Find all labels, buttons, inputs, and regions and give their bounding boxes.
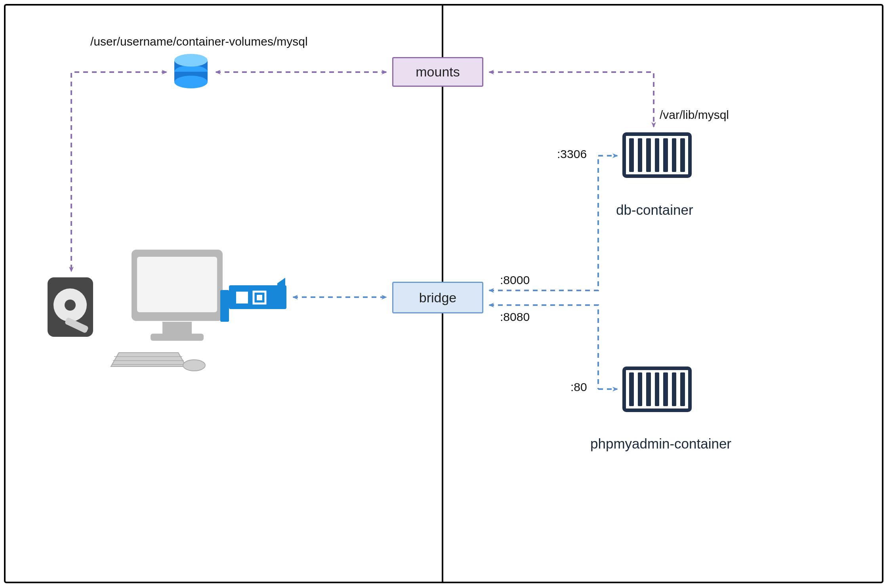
mounts-label: mounts: [416, 64, 460, 80]
bridge-box: bridge: [392, 282, 483, 313]
bridge-port-pma: :8080: [500, 310, 530, 324]
bridge-label: bridge: [419, 290, 457, 305]
phpmyadmin-container-name: phpmyadmin-container: [590, 436, 731, 452]
db-internal-port: :3306: [557, 147, 587, 161]
diagram-canvas: mounts bridge /user/username/container-v…: [0, 0, 889, 588]
db-container-icon: [622, 132, 692, 178]
db-mount-target: /var/lib/mysql: [660, 108, 729, 122]
pma-internal-port: :80: [570, 380, 587, 394]
host-volume-path: /user/username/container-volumes/mysql: [90, 35, 308, 48]
mounts-box: mounts: [392, 57, 483, 87]
db-container-name: db-container: [616, 202, 693, 218]
bridge-port-db: :8000: [500, 273, 530, 287]
phpmyadmin-container-icon: [622, 367, 692, 412]
